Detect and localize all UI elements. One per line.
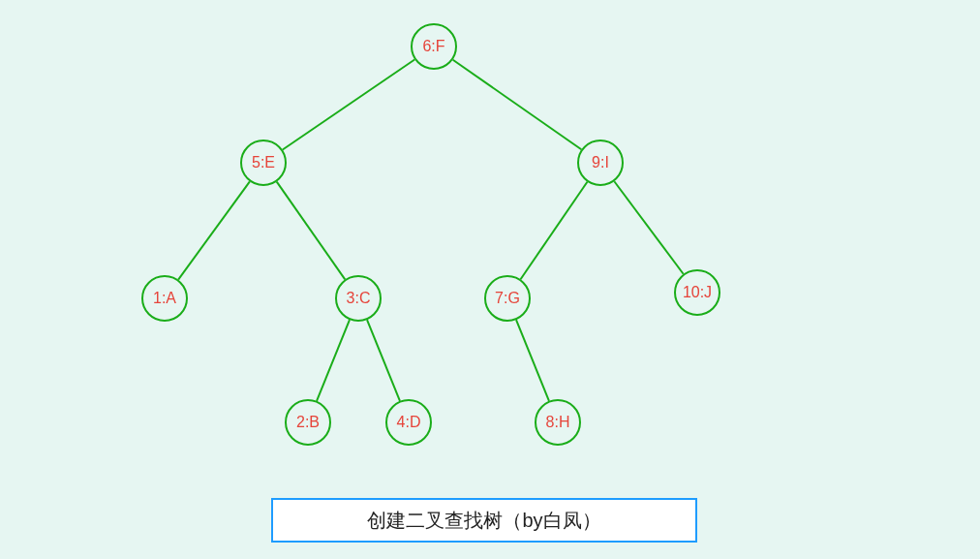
tree-node: 2:B [285,399,331,446]
tree-node: 1:A [141,275,188,322]
tree-node-label: 4:D [397,414,421,431]
tree-node-label: 1:A [153,290,176,307]
tree-node: 3:C [335,275,382,322]
caption-text: 创建二叉查找树（by白凤） [367,508,600,534]
tree-edge [367,320,400,401]
tree-node: 5:E [240,140,287,186]
tree-node: 9:I [577,140,624,186]
tree-node-label: 5:E [252,154,275,171]
tree-node: 4:D [385,399,432,446]
tree-node-label: 3:C [347,290,371,307]
tree-edge [317,320,350,401]
tree-edge [521,182,588,279]
tree-edges [0,0,980,559]
tree-node-label: 7:G [495,290,520,307]
tree-edge [516,320,549,401]
tree-edge [614,181,683,274]
tree-edge [283,60,414,150]
tree-node: 7:G [484,275,531,322]
tree-node-label: 6:F [422,38,444,55]
tree-edge [277,182,345,280]
tree-node-label: 9:I [592,154,609,171]
tree-node: 10:J [674,269,720,316]
tree-diagram: 6:F5:E9:I1:A3:C7:G10:J2:B4:D8:H [0,0,980,559]
tree-node: 8:H [535,399,581,446]
tree-node-label: 10:J [683,284,712,301]
tree-edge [178,181,250,279]
tree-node-label: 2:B [296,414,320,431]
tree-node: 6:F [411,23,457,70]
tree-node-label: 8:H [546,414,570,431]
caption-box: 创建二叉查找树（by白凤） [271,498,697,543]
tree-edge [453,60,582,150]
